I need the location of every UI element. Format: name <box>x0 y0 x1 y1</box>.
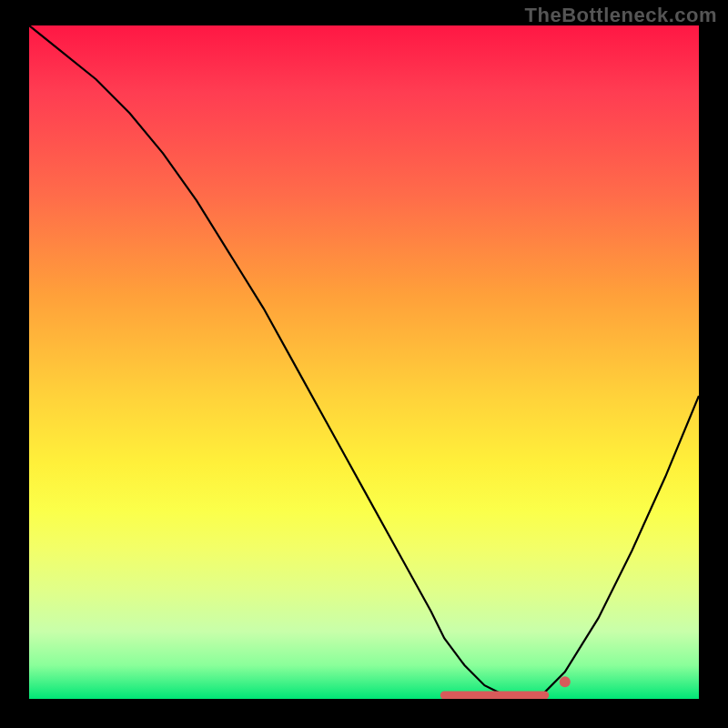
watermark-text: TheBottleneck.com <box>525 4 717 27</box>
bottleneck-curve <box>29 25 699 699</box>
plot-area <box>29 25 699 699</box>
chart-svg <box>29 25 699 699</box>
marker-dot <box>560 676 571 687</box>
